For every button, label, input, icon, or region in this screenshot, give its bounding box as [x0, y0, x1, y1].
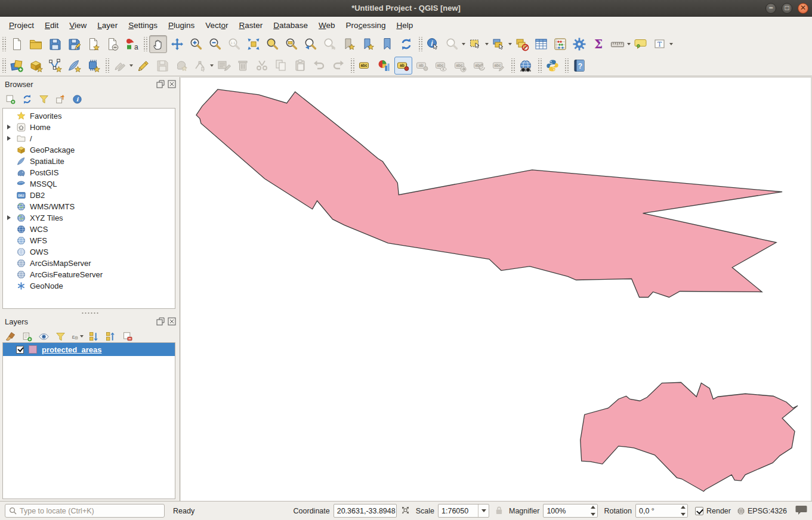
pan-to-selection-button[interactable] [168, 35, 186, 53]
manage-map-themes-button[interactable] [37, 330, 50, 343]
expander-icon[interactable] [7, 136, 11, 141]
toggle-editing-button[interactable] [134, 57, 152, 75]
highlight-pinned-labels-button[interactable]: ab [413, 57, 431, 75]
rotate-label-button[interactable]: abc [471, 57, 489, 75]
add-group-button[interactable] [20, 330, 33, 343]
menu-settings[interactable]: Settings [123, 18, 163, 32]
vertex-tool-dropdown[interactable] [210, 64, 214, 67]
show-bookmarks-button[interactable] [359, 35, 377, 53]
expander-icon[interactable] [7, 215, 11, 220]
select-by-form-button[interactable] [443, 35, 461, 53]
new-geopackage-layer-button[interactable] [27, 57, 45, 75]
layer-item-protected-areas[interactable]: protected_areas [3, 343, 175, 356]
new-bookmark-button[interactable] [340, 35, 358, 53]
browser-item-ows[interactable]: OWS [3, 246, 175, 258]
menu-edit[interactable]: Edit [39, 18, 64, 32]
close-button[interactable]: ✕ [798, 3, 808, 14]
help-button[interactable]: ? [570, 57, 588, 75]
refresh-browser-button[interactable] [20, 92, 33, 106]
menu-view[interactable]: View [64, 18, 92, 32]
menu-layer[interactable]: Layer [92, 18, 123, 32]
layers-close-button[interactable] [168, 317, 176, 326]
show-layout-manager-button[interactable] [103, 35, 121, 53]
show-bookmark-manager-button[interactable] [378, 35, 396, 53]
digitize-with-segment-button[interactable] [172, 57, 190, 75]
locate-input[interactable]: Type to locate (Ctrl+K) [5, 504, 165, 518]
layer-labeling-button[interactable]: abc [356, 57, 374, 75]
zoom-next-button[interactable] [321, 35, 339, 53]
browser-item-arcgismapserver[interactable]: ArcGisMapServer [3, 258, 175, 269]
remove-layer-button[interactable] [121, 330, 134, 343]
extents-icon[interactable] [401, 506, 410, 516]
menu-raster[interactable]: Raster [234, 18, 268, 32]
refresh-button[interactable] [397, 35, 415, 53]
maximize-button[interactable]: □ [782, 3, 792, 14]
new-print-layout-button[interactable] [84, 35, 102, 53]
identify-features-button[interactable]: i [424, 35, 442, 53]
vertex-tool-button[interactable] [192, 57, 209, 75]
rotation-spinbox[interactable]: 0,0 ° [635, 504, 688, 518]
magnifier-spinbox[interactable]: 100% [543, 504, 598, 518]
measure-dropdown[interactable] [627, 43, 631, 45]
browser-item-mssql[interactable]: MSSQL [3, 178, 175, 190]
minimize-button[interactable]: − [765, 3, 776, 14]
browser-float-button[interactable] [156, 80, 165, 88]
expand-all-button[interactable] [87, 330, 100, 343]
menu-help[interactable]: Help [391, 18, 418, 32]
crs-status[interactable]: EPSG:4326 [737, 507, 787, 515]
browser-item-geonode[interactable]: GeoNode [3, 280, 175, 292]
map-canvas[interactable] [181, 77, 812, 501]
open-attribute-table-button[interactable] [532, 35, 550, 53]
pan-map-button[interactable] [149, 35, 167, 53]
text-annotation-dropdown[interactable] [669, 43, 673, 45]
current-edits-button[interactable] [111, 57, 129, 75]
statistics-button[interactable]: Σ [589, 35, 607, 53]
filter-browser-button[interactable] [37, 92, 50, 106]
save-project-button[interactable] [46, 35, 64, 53]
zoom-to-selection-button[interactable] [264, 35, 282, 53]
select-by-value-dropdown[interactable] [508, 43, 512, 45]
move-label-button[interactable]: abc [452, 57, 470, 75]
expander-icon[interactable] [7, 125, 11, 129]
zoom-full-button[interactable] [245, 35, 263, 53]
browser-item--[interactable]: / [3, 133, 175, 144]
undo-button[interactable] [310, 57, 328, 75]
add-selected-layers-button[interactable] [4, 92, 17, 106]
browser-item-favorites[interactable]: Favorites [3, 110, 175, 122]
modify-attributes-button[interactable] [215, 57, 233, 75]
new-shapefile-layer-button[interactable] [46, 57, 64, 75]
messages-button[interactable] [795, 505, 807, 516]
new-project-button[interactable] [8, 35, 26, 53]
text-annotation-button[interactable]: T [651, 35, 669, 53]
select-features-button[interactable] [467, 35, 484, 53]
select-by-value-button[interactable] [490, 35, 508, 53]
browser-item-geopackage[interactable]: GeoPackage [3, 144, 175, 156]
browser-item-arcgisfeatureserver[interactable]: ArcGisFeatureServer [3, 269, 175, 280]
data-source-manager-button[interactable] [8, 57, 26, 75]
collapse-all-layers-button[interactable] [104, 330, 117, 343]
python-console-button[interactable] [544, 57, 561, 75]
coordinate-input[interactable]: 20.3631,-33.8948 [334, 504, 397, 518]
measure-button[interactable] [609, 35, 626, 53]
browser-item-postgis[interactable]: PostGIS [3, 167, 175, 178]
paste-features-button[interactable] [291, 57, 309, 75]
save-project-as-button[interactable] [65, 35, 83, 53]
filter-by-expression-button[interactable]: ε [70, 330, 84, 343]
menu-web[interactable]: Web [313, 18, 341, 32]
browser-item-wfs[interactable]: WFS [3, 235, 175, 246]
select-features-dropdown[interactable] [485, 43, 489, 45]
browser-item-wms-wmts[interactable]: WMS/WMTS [3, 201, 175, 212]
browser-item-xyz-tiles[interactable]: XYZ Tiles [3, 212, 175, 224]
layer-diagram-button[interactable] [375, 57, 393, 75]
titlebar[interactable]: *Untitled Project - QGIS [new] − □ ✕ [0, 0, 812, 17]
map-tips-button[interactable] [632, 35, 650, 53]
scale-combobox[interactable]: 1:76050 [438, 504, 489, 518]
menu-processing[interactable]: Processing [341, 18, 391, 32]
browser-item-spatialite[interactable]: SpatiaLite [3, 156, 175, 167]
metasearch-button[interactable] [517, 57, 535, 75]
menu-vector[interactable]: Vector [200, 18, 233, 32]
menu-project[interactable]: Project [4, 18, 39, 32]
render-checkbox[interactable] [695, 507, 703, 515]
browser-close-button[interactable] [168, 80, 176, 88]
layer-visibility-checkbox[interactable] [16, 346, 24, 354]
